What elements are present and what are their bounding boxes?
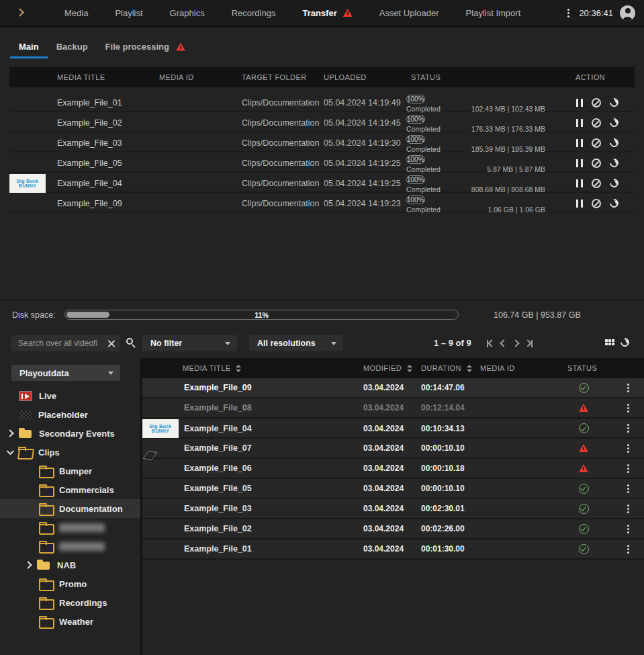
grid-view-icon[interactable] [605,339,608,342]
tab-backup[interactable]: Backup [48,36,97,58]
table-row[interactable]: Example_File_09 03.04.2024 00:14:47.06 [142,378,644,398]
retry-icon[interactable] [608,177,620,189]
table-row[interactable]: Example_File_02 Clips/Documentation 05.0… [9,112,635,132]
nav-item-playlist[interactable]: Playlist [115,8,142,18]
col-modified[interactable]: MODIFIED [363,364,421,372]
tree-item-documentation[interactable]: Documentation [0,499,140,518]
nav-item-asset-uploader[interactable]: Asset Uploader [379,8,439,18]
sort-icon[interactable] [467,365,472,372]
retry-icon[interactable] [608,96,620,108]
tree-item-placeholder[interactable]: Placeholder [0,405,140,424]
table-row[interactable]: Example_File_06 03.04.2024 00:00:10.18 [142,459,644,479]
uploaded-timestamp: 05.04.2024 14:19:49 [324,98,403,107]
tree-item-redacted[interactable] [0,537,140,556]
table-row[interactable]: Example_File_01 Clips/Documentation 05.0… [9,92,635,112]
nav-item-playlist-import[interactable]: Playlist Import [466,8,521,18]
cancel-icon[interactable] [592,118,601,128]
table-row[interactable]: Example_File_09 Clips/Documentation 05.0… [9,193,635,213]
tree-item-redacted[interactable] [0,518,140,537]
pause-icon[interactable] [576,139,583,147]
retry-icon[interactable] [608,157,620,169]
search-input[interactable] [11,339,106,348]
table-row[interactable]: Example_File_05 Clips/Documentation 05.0… [9,152,635,173]
search-icon[interactable] [126,338,133,345]
col-duration[interactable]: DURATION [421,364,480,372]
cancel-icon[interactable] [592,179,601,188]
tree-item-clips[interactable]: Clips [0,443,140,462]
user-avatar-icon[interactable] [620,5,635,21]
media-title: Example_File_01 [57,98,159,107]
col-media-id: MEDIA ID [159,67,242,87]
row-menu-icon[interactable] [627,407,629,409]
retry-icon[interactable] [608,116,620,128]
table-row[interactable]: Example_File_07 03.04.2024 00:00:10.10 [142,439,644,459]
cancel-icon[interactable] [592,98,601,107]
col-media-title[interactable]: MEDIA TITLE [183,364,357,372]
chevron-right-icon[interactable] [24,561,32,568]
cancel-icon[interactable] [592,199,601,208]
media-thumbnail: Big BuckBUNNY [142,419,179,438]
tree-item-weather[interactable]: Weather [0,612,140,631]
retry-icon[interactable] [608,197,620,209]
tree-item-secondary-events[interactable]: Secondary Events [0,424,140,443]
pagination-range: 1 – 9 of 9 [434,335,471,351]
table-row[interactable]: Example_File_03 Clips/Documentation 05.0… [9,132,635,152]
table-row[interactable]: Example_File_02 03.04.2024 00:02:26.00 [142,519,644,539]
row-menu-icon[interactable] [627,468,629,470]
retry-icon[interactable] [608,136,620,148]
tree-item-commercials[interactable]: Commercials [0,480,140,499]
refresh-icon[interactable] [618,336,631,348]
tree-root-dropdown[interactable]: Playoutdata [11,365,120,381]
chevron-down-icon[interactable] [7,447,14,455]
row-menu-icon[interactable] [627,447,629,449]
sort-icon[interactable] [407,365,412,372]
nav-item-transfer[interactable]: Transfer [302,8,352,18]
row-menu-icon[interactable] [627,387,629,389]
pause-icon[interactable] [576,99,583,107]
tree-item-recordings[interactable]: Recordings [0,593,140,612]
nav-item-graphics[interactable]: Graphics [170,8,205,18]
resolution-dropdown[interactable]: All resolutions [249,335,343,351]
nav-item-recordings[interactable]: Recordings [232,8,276,18]
warning-icon [176,43,185,51]
table-row[interactable]: Example_File_05 03.04.2024 00:00:10.10 [142,479,644,499]
pause-icon[interactable] [576,200,583,208]
tab-main[interactable]: Main [10,36,48,58]
overflow-menu-icon[interactable] [567,12,569,14]
tree-item-live[interactable]: Live [0,386,140,405]
pause-icon[interactable] [576,179,583,187]
first-page-icon[interactable] [487,340,494,347]
row-menu-icon[interactable] [627,548,629,550]
row-menu-icon[interactable] [627,427,629,429]
previous-page-icon[interactable] [501,341,506,346]
table-row[interactable]: Example_File_03 03.04.2024 00:02:30.01 [142,499,644,519]
tab-file-processing[interactable]: File processing [97,36,194,58]
target-folder: Clips/Documentation [242,98,324,107]
tree-item-bumper[interactable]: Bumper [0,462,140,480]
disk-space-percent: 11% [65,310,458,319]
row-menu-icon[interactable] [627,508,629,510]
folder-open-icon [18,447,32,457]
filter-dropdown[interactable]: No filter [142,335,237,351]
media-title: Example_File_05 [57,159,159,168]
nav-item-media[interactable]: Media [64,8,88,18]
chevron-right-icon[interactable] [6,429,13,437]
row-menu-icon[interactable] [627,528,629,530]
duration: 00:14:47.06 [421,383,480,392]
clear-search-icon[interactable] [107,340,115,347]
tree-item-promo[interactable]: Promo [0,574,140,593]
table-row[interactable]: Example_File_08 03.04.2024 00:12:14.04 [142,398,644,419]
sort-icon[interactable] [236,365,241,372]
table-row[interactable]: Big BuckBUNNY Example_File_04 Clips/Docu… [9,173,635,193]
cancel-icon[interactable] [592,159,601,168]
next-page-icon[interactable] [513,341,518,346]
pause-icon[interactable] [576,119,583,127]
tree-item-nab[interactable]: NAB [0,556,140,574]
table-row[interactable]: Big BuckBUNNY Example_File_04 03.04.2024… [142,419,644,439]
expand-sidebar-icon[interactable] [15,8,24,17]
row-menu-icon[interactable] [627,488,629,490]
pause-icon[interactable] [576,159,583,167]
last-page-icon[interactable] [525,340,533,347]
table-row[interactable]: Example_File_01 03.04.2024 00:01:30.00 [142,539,644,560]
cancel-icon[interactable] [592,138,601,148]
